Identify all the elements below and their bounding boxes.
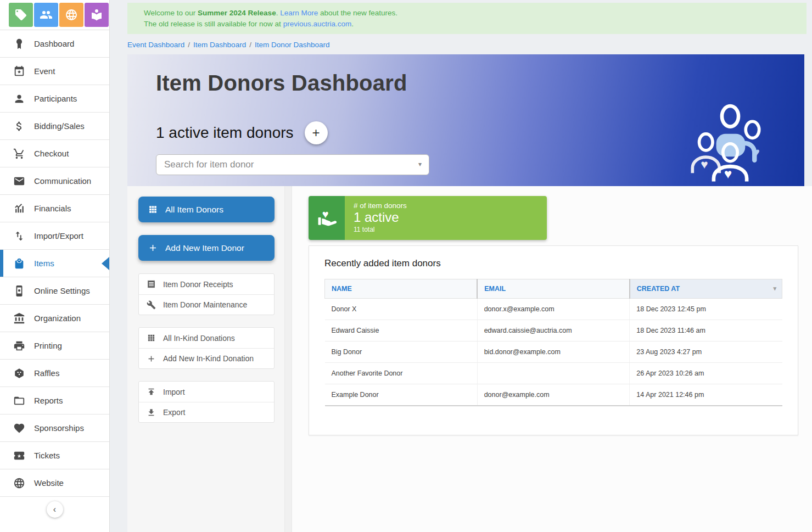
all-item-donors-button[interactable]: All Item Donors [138,197,275,222]
add-new-inkind-donation-button[interactable]: Add New In-Kind Donation [139,348,274,368]
item-donor-subnav: All Item Donors Add New Item Donor Item … [127,186,285,532]
sidebar-item-event[interactable]: Event [0,58,109,85]
sidebar-item-items[interactable]: Items [0,250,109,277]
banner-text: about the new features. [318,9,397,17]
sidebar-item-checkout[interactable]: Checkout [0,140,109,167]
hand-heart-icon: ♥ [309,196,345,240]
envelope-icon [13,175,25,187]
sidebar-item-bidding-sales[interactable]: Bidding/Sales [0,113,109,140]
button-label: All In-Kind Donations [163,334,235,343]
column-header-email[interactable]: EMAIL [477,279,630,299]
sidebar-item-label: Items [34,259,54,268]
wrench-icon [147,300,156,310]
button-label: Item Donor Receipts [163,280,233,289]
breadcrumb-item-donor-dashboard[interactable]: Item Donor Dashboard [255,41,330,49]
cell-name: Edward Caissie [325,320,478,341]
sidebar-item-website[interactable]: Website [0,469,109,497]
people-icon[interactable] [34,3,58,27]
sidebar-item-online-settings[interactable]: Online Settings [0,277,109,305]
sidebar-item-dashboard[interactable]: Dashboard [0,30,109,58]
cell-email [477,363,630,384]
breadcrumb-item-dashboard[interactable]: Item Dashboard [193,41,246,49]
ticket-icon [13,450,25,462]
sidebar-item-tickets[interactable]: Tickets [0,442,109,469]
button-label: Import [163,388,185,396]
donor-tools-group: Item Donor Receipts Item Donor Maintenan… [138,273,275,315]
banner-text: Welcome to our [144,9,198,17]
people-icon-glyph [40,8,53,21]
globe-icon[interactable] [59,3,83,27]
sidebar-collapse-button[interactable] [47,501,63,518]
person-icon [13,93,25,105]
import-button[interactable]: Import [139,382,274,402]
table-row[interactable]: Big Donor bid.donor@example.com 23 Aug 2… [325,341,782,363]
column-label: CREATED AT [637,285,680,293]
sidebar-item-participants[interactable]: Participants [0,85,109,113]
add-item-donor-round-button[interactable] [305,121,328,144]
sidebar-item-reports[interactable]: Reports [0,387,109,415]
sidebar-item-organization[interactable]: Organization [0,305,109,332]
sidebar-item-raffles[interactable]: Raffles [0,360,109,387]
button-label: Export [163,408,185,417]
item-donor-maintenance-button[interactable]: Item Donor Maintenance [139,294,274,315]
chart-icon [13,203,25,215]
sidebar-item-import-export[interactable]: Import/Export [0,222,109,250]
banner-release-name: Summer 2024 Release [198,9,276,17]
all-inkind-donations-button[interactable]: All In-Kind Donations [139,328,274,348]
calendar-icon [13,65,25,77]
library-icon[interactable] [85,3,109,27]
breadcrumb-separator: / [249,41,251,49]
globe-icon-glyph [65,8,78,21]
tag-icon[interactable] [9,3,33,27]
table-row[interactable]: Edward Caissie edward.caissie@auctria.co… [325,320,782,341]
sidebar-item-communication[interactable]: Communication [0,167,109,195]
recent-donors-table: NAME EMAIL CREATED AT Donor X donor.x@ex… [324,279,782,406]
breadcrumb-event-dashboard[interactable]: Event Dashboard [127,41,184,49]
cell-email: edward.caissie@auctria.com [477,320,630,341]
content-area: All Item Donors Add New Item Donor Item … [127,186,812,532]
app-window: Dashboard Event Participants Bidding/Sal… [0,0,812,532]
sidebar-item-label: Raffles [34,368,59,378]
cell-created-at: 23 Aug 2023 4:27 pm [630,341,782,363]
search-input[interactable] [156,154,429,175]
button-label: Add New In-Kind Donation [163,354,254,363]
table-row[interactable]: Example Donor donor@example.com 14 Apr 2… [325,384,782,406]
stat-body: # of item donors 1 active 11 total [345,196,547,240]
export-button[interactable]: Export [139,402,274,422]
inkind-group: All In-Kind Donations Add New In-Kind Do… [138,327,275,369]
plus-icon [147,354,156,363]
sidebar-item-label: Reports [34,396,63,405]
column-header-name[interactable]: NAME [325,279,478,299]
cart-icon [13,148,25,160]
sidebar-item-label: Checkout [34,149,69,158]
page-title: Item Donors Dashboard [156,71,407,96]
svg-text:♥: ♥ [752,145,759,159]
column-label: EMAIL [484,285,506,293]
upload-icon [147,387,156,396]
sidebar-item-label: Event [34,66,55,76]
panel-scrollbar-gutter[interactable] [285,186,292,532]
sidebar-item-financials[interactable]: Financials [0,195,109,222]
previous-release-link[interactable]: previous.auctria.com [283,20,352,28]
sidebar-item-printing[interactable]: Printing [0,332,109,360]
item-donor-stat-card[interactable]: ♥ # of item donors 1 active 11 total [309,196,547,240]
stat-value: 1 active [354,210,538,226]
folder-icon [13,395,25,407]
add-new-item-donor-button[interactable]: Add New Item Donor [138,235,275,261]
table-row[interactable]: Another Favorite Donor 26 Apr 2023 10:26… [325,363,782,384]
banner-text: The old release is still available for n… [144,20,283,28]
active-donor-count: 1 active item donors [156,124,294,142]
globe-icon [13,477,25,489]
shopping-bag-icon [13,257,25,270]
table-row[interactable]: Donor X donor.x@example.com 18 Dec 2023 … [325,299,782,320]
main-area: Welcome to our Summer 2024 Release. Lear… [110,0,812,532]
plus-icon [148,243,158,253]
dashboard-column: ♥ # of item donors 1 active 11 total Rec… [292,186,812,532]
sidebar-item-sponsorships[interactable]: Sponsorships [0,415,109,442]
learn-more-link[interactable]: Learn More [280,9,318,17]
column-header-created-at[interactable]: CREATED AT [630,279,782,299]
library-icon-glyph [90,8,103,21]
donor-search [156,154,429,175]
item-donor-receipts-button[interactable]: Item Donor Receipts [139,274,274,294]
sidebar-item-label: Dashboard [34,39,74,48]
